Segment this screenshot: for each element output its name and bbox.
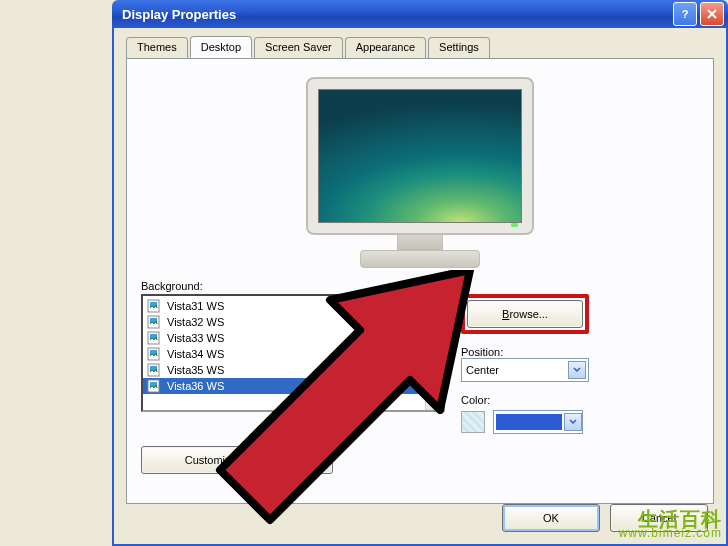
image-file-icon: [147, 379, 163, 393]
scroll-up-button[interactable]: [426, 296, 443, 313]
list-item-label: Vista32 WS: [167, 316, 224, 328]
chevron-up-icon: [430, 300, 439, 309]
image-file-icon: [147, 315, 163, 329]
customize-desktop-button[interactable]: Customize Desktop...: [141, 446, 333, 474]
list-item-label: Vista33 WS: [167, 332, 224, 344]
monitor-icon: [306, 77, 534, 235]
tab-settings[interactable]: Settings: [428, 37, 490, 59]
close-button[interactable]: [700, 2, 724, 26]
tab-strip: Themes Desktop Screen Saver Appearance S…: [126, 36, 714, 58]
highlight-browse: Browse...: [461, 294, 589, 334]
tab-screensaver[interactable]: Screen Saver: [254, 37, 343, 59]
list-item[interactable]: Vista31 WS: [143, 298, 426, 314]
background-listbox[interactable]: Vista31 WSVista32 WSVista33 WSVista34 WS…: [141, 294, 445, 412]
position-combo[interactable]: Center: [461, 358, 589, 382]
close-icon: [706, 8, 718, 20]
list-item[interactable]: Vista34 WS: [143, 346, 426, 362]
color-combo[interactable]: [493, 410, 583, 434]
title-bar[interactable]: Display Properties ?: [112, 0, 728, 28]
dropdown-arrow-icon: [564, 413, 582, 431]
color-chip: [496, 414, 562, 430]
browse-button[interactable]: Browse...: [467, 300, 583, 328]
position-label: Position:: [461, 346, 589, 358]
background-label: Background:: [141, 280, 699, 292]
tab-panel-desktop: Background: Vista31 WSVista32 WSVista33 …: [126, 58, 714, 504]
image-file-icon: [147, 299, 163, 313]
list-item-label: Vista36 WS: [167, 380, 224, 392]
list-item[interactable]: Vista32 WS: [143, 314, 426, 330]
watermark: 生活百科 www.bimeiz.com: [619, 512, 722, 540]
tab-appearance[interactable]: Appearance: [345, 37, 426, 59]
list-item[interactable]: Vista35 WS: [143, 362, 426, 378]
list-item[interactable]: Vista33 WS: [143, 330, 426, 346]
image-file-icon: [147, 363, 163, 377]
dialog-client: Themes Desktop Screen Saver Appearance S…: [112, 28, 728, 546]
help-button[interactable]: ?: [673, 2, 697, 26]
dropdown-arrow-icon: [568, 361, 586, 379]
window-title: Display Properties: [122, 7, 670, 22]
list-item-label: Vista31 WS: [167, 300, 224, 312]
color-label: Color:: [461, 394, 589, 406]
color-swatch-disabled: [461, 411, 485, 433]
tab-desktop[interactable]: Desktop: [190, 36, 252, 58]
list-item[interactable]: Vista36 WS: [143, 378, 426, 394]
chevron-down-icon: [430, 397, 439, 406]
ok-button[interactable]: OK: [502, 504, 600, 532]
list-item-label: Vista35 WS: [167, 364, 224, 376]
help-icon: ?: [682, 8, 689, 20]
image-file-icon: [147, 331, 163, 345]
tab-themes[interactable]: Themes: [126, 37, 188, 59]
scrollbar[interactable]: [425, 296, 443, 410]
scroll-thumb[interactable]: [428, 348, 441, 390]
image-file-icon: [147, 347, 163, 361]
position-value: Center: [466, 364, 499, 376]
wallpaper-preview: [141, 77, 699, 268]
scroll-down-button[interactable]: [426, 393, 443, 410]
list-item-label: Vista34 WS: [167, 348, 224, 360]
